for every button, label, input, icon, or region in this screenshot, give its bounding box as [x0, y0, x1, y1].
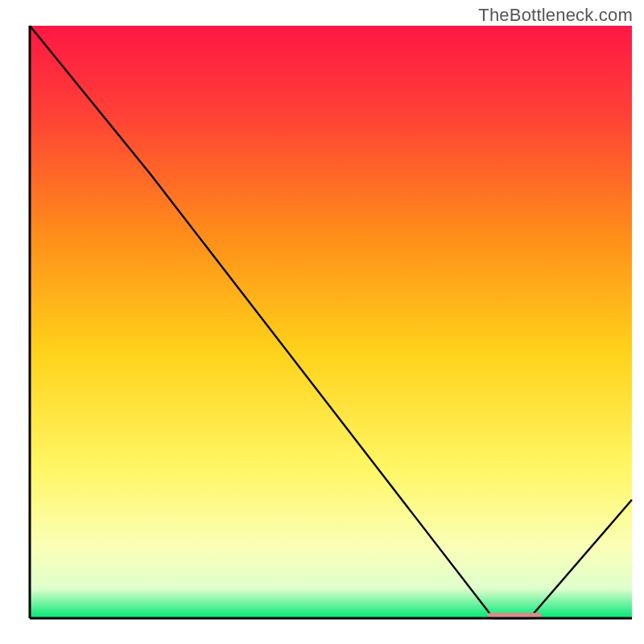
bottleneck-chart — [0, 0, 644, 644]
highlight-marker — [487, 613, 541, 617]
plot-background — [30, 26, 632, 618]
chart-frame: TheBottleneck.com — [0, 0, 644, 644]
watermark-text: TheBottleneck.com — [478, 5, 633, 26]
